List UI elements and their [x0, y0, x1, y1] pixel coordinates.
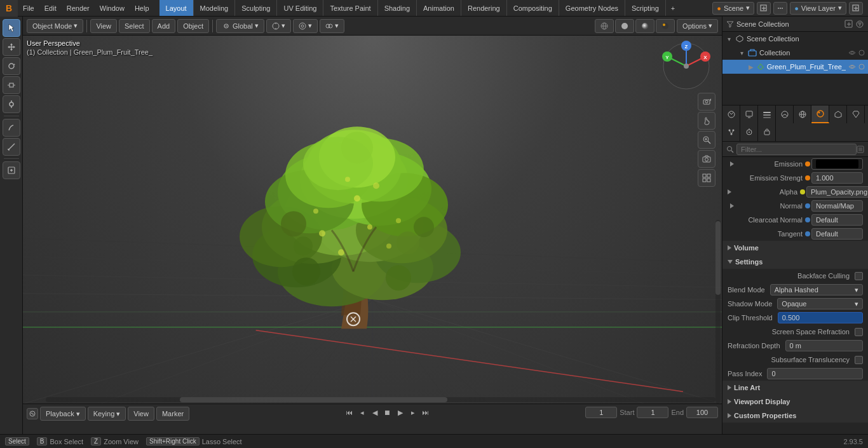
camera-view-btn[interactable]	[698, 93, 715, 111]
view-menu-btn[interactable]: View	[90, 19, 117, 33]
volume-section-header[interactable]: Volume	[722, 241, 868, 255]
prev-frame-btn[interactable]: ◂	[356, 407, 368, 418]
tree-toggle[interactable]: ▶	[747, 63, 754, 71]
select-menu-btn[interactable]: Select	[119, 19, 150, 33]
backface-checkbox[interactable]	[855, 272, 863, 280]
pivot-point-btn[interactable]: Global▾	[216, 19, 264, 33]
playback-btn[interactable]: Playback▾	[40, 407, 86, 421]
hand-tool-btn[interactable]	[698, 112, 715, 130]
outliner-filter-btn[interactable]	[855, 20, 864, 29]
add-menu-btn[interactable]: Add	[152, 19, 176, 33]
solid-btn[interactable]	[615, 19, 634, 33]
material-preview-btn[interactable]	[635, 19, 654, 33]
line-art-section-header[interactable]: Line Art	[722, 381, 868, 395]
alpha-expand[interactable]	[728, 187, 731, 196]
scene-dropdown[interactable]: ● Scene ▾	[712, 2, 754, 15]
tool-scale[interactable]	[3, 76, 20, 94]
camera-icon[interactable]	[698, 150, 715, 168]
stop-btn[interactable]: ⏹	[382, 407, 393, 418]
settings-section-header[interactable]: Settings	[722, 255, 868, 269]
tab-modeling[interactable]: Modeling	[194, 0, 236, 16]
tool-move[interactable]	[3, 38, 20, 56]
timeline-mode-btn[interactable]	[27, 408, 38, 419]
object-mode-dropdown[interactable]: Object Mode ▾	[27, 19, 83, 33]
tool-measure[interactable]	[3, 138, 20, 156]
outliner-tree-object[interactable]: ▶ Green_Plum_Fruit_Tree_	[722, 60, 868, 74]
options-btn[interactable]: Options ▾	[677, 19, 718, 33]
pass-index-value[interactable]: 0	[767, 368, 863, 379]
proportional-edit-btn[interactable]: ▾	[293, 19, 318, 33]
tab-animation[interactable]: Animation	[417, 0, 461, 16]
keying-btn[interactable]: Keying▾	[88, 407, 126, 421]
tool-cursor[interactable]	[3, 19, 20, 37]
object-menu-btn[interactable]: Object	[177, 19, 209, 33]
tree-render-icon[interactable]	[858, 63, 865, 71]
filter-icon[interactable]	[857, 146, 864, 153]
tool-annotate[interactable]	[3, 119, 20, 137]
viewport-display-section-header[interactable]: Viewport Display	[722, 395, 868, 409]
tab-rendering[interactable]: Rendering	[461, 0, 507, 16]
play-btn[interactable]: ▶	[395, 407, 406, 418]
menu-window[interactable]: Window	[95, 0, 130, 16]
outliner-scene-collection[interactable]: ▾ Scene Collection	[722, 32, 868, 46]
collection-toggle[interactable]: ▾	[738, 49, 745, 57]
subsurface-checkbox[interactable]	[855, 356, 863, 364]
emission-strength-value[interactable]: 1.000	[811, 172, 863, 184]
snap-btn[interactable]: ▾	[266, 19, 291, 33]
props-tab-particles[interactable]	[722, 123, 740, 141]
tree-visibility-icon[interactable]	[848, 63, 856, 71]
marker-btn[interactable]: Marker	[156, 407, 189, 421]
tool-add[interactable]	[3, 161, 20, 179]
props-tab-object[interactable]	[829, 105, 847, 123]
render-visibility-icon[interactable]	[858, 49, 865, 57]
tab-geometry-nodes[interactable]: Geometry Nodes	[559, 0, 625, 16]
props-tab-modifier[interactable]	[847, 105, 865, 123]
normal-expand[interactable]	[728, 201, 736, 210]
start-frame-input[interactable]: 1	[637, 407, 668, 418]
alpha-value[interactable]: Plum_Opacity.png	[806, 186, 868, 198]
next-frame-btn[interactable]: ▸	[407, 407, 419, 418]
overlay-btn[interactable]: ▾	[320, 19, 344, 33]
tab-texture-paint[interactable]: Texture Paint	[323, 0, 377, 16]
navigation-gizmo[interactable]: X Y Z	[661, 41, 712, 92]
add-workspace-button[interactable]: +	[666, 0, 680, 16]
end-frame-input[interactable]: 100	[686, 407, 718, 418]
outliner-toggle[interactable]: ▾	[725, 35, 733, 43]
props-tab-physics[interactable]	[740, 123, 758, 141]
current-frame-display[interactable]: 1	[585, 407, 617, 418]
props-tab-constraints[interactable]	[758, 123, 776, 141]
menu-edit[interactable]: Edit	[39, 0, 62, 16]
tangent-value[interactable]: Default	[811, 228, 863, 240]
tab-shading[interactable]: Shading	[378, 0, 417, 16]
props-tab-scene[interactable]	[776, 105, 794, 123]
screen-space-checkbox[interactable]	[855, 328, 863, 336]
props-tab-render[interactable]	[722, 105, 740, 123]
wireframe-btn[interactable]	[595, 19, 614, 33]
view-layer-dropdown[interactable]: ● View Layer ▾	[790, 2, 846, 15]
scene-options-button[interactable]	[773, 2, 787, 15]
tab-compositing[interactable]: Compositing	[507, 0, 559, 16]
grid-icon[interactable]	[698, 169, 715, 187]
clip-threshold-slider[interactable]: 0.500	[778, 312, 863, 323]
new-view-layer-button[interactable]	[849, 2, 863, 15]
play-reverse-btn[interactable]: ◀	[369, 407, 381, 418]
play-end-btn[interactable]: ⏭	[420, 407, 431, 418]
tab-layout[interactable]: Layout	[159, 0, 194, 16]
properties-search-input[interactable]	[736, 144, 857, 155]
blend-mode-dropdown[interactable]: Alpha Hashed ▾	[770, 284, 863, 295]
clearcoat-value[interactable]: Default	[811, 214, 863, 226]
view-btn[interactable]: View	[128, 407, 154, 421]
menu-file[interactable]: File	[18, 0, 39, 16]
tool-transform[interactable]	[3, 95, 20, 113]
rendered-btn[interactable]	[656, 19, 675, 33]
props-tab-view-layer[interactable]	[758, 105, 776, 123]
emission-color-picker[interactable]	[811, 158, 863, 170]
outliner-collection-row[interactable]: ▾ Collection	[722, 46, 868, 60]
tool-rotate[interactable]	[3, 57, 20, 75]
tab-uv-editing[interactable]: UV Editing	[277, 0, 323, 16]
custom-properties-section-header[interactable]: Custom Properties	[722, 409, 868, 423]
tab-scripting[interactable]: Scripting	[625, 0, 666, 16]
shadow-mode-dropdown[interactable]: Opaque ▾	[777, 298, 863, 309]
viewport-scrollbar-h[interactable]	[46, 397, 715, 402]
viewport-scrollbar-v[interactable]	[715, 220, 721, 404]
